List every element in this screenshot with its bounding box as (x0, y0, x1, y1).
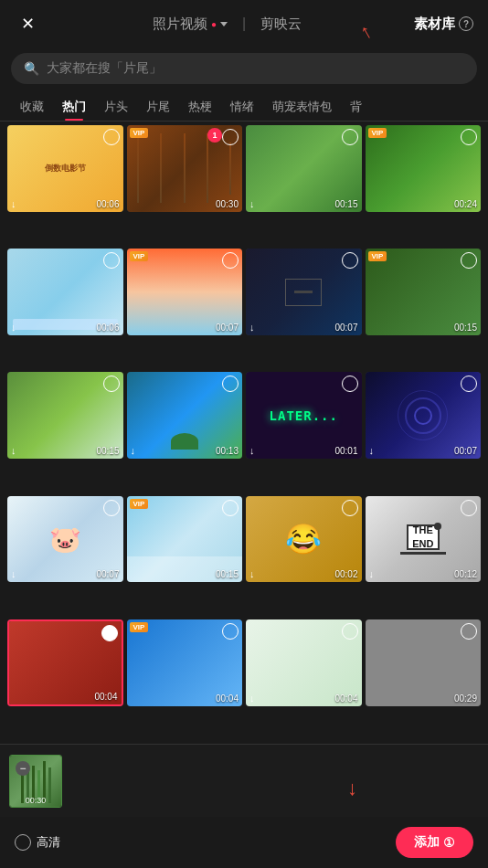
download-icon-5: ↓ (11, 322, 16, 333)
download-icon-19: ↓ (249, 693, 255, 704)
duration-14: 00:15 (216, 569, 239, 579)
duration-18: 00:04 (216, 693, 239, 704)
media-item-8[interactable]: VIP 00:15 (366, 249, 482, 335)
duration-19: 00:04 (334, 693, 357, 704)
duration-7: 00:07 (334, 323, 357, 333)
media-item-5[interactable]: ↓ 00:06 (7, 249, 123, 335)
duration-2: 00:30 (216, 199, 239, 209)
tab-hot[interactable]: 热门 (53, 93, 95, 121)
duration-1: 00:06 (96, 199, 119, 209)
select-btn-11[interactable] (342, 376, 358, 392)
media-item-19[interactable]: ↓ 00:04 (246, 619, 362, 706)
duration-8: 00:15 (454, 323, 477, 333)
media-item-15[interactable]: 😂 ↓ 00:02 (246, 496, 362, 583)
cloud-tab[interactable]: 剪映云 (260, 16, 302, 33)
download-icon-9: ↓ (11, 445, 16, 456)
media-item-14[interactable]: VIP 00:15 (127, 496, 243, 583)
select-btn-15[interactable] (342, 500, 358, 516)
duration-5: 00:06 (96, 323, 119, 333)
search-bar[interactable]: 🔍 大家都在搜「片尾」 (11, 53, 477, 84)
duration-4: 00:24 (454, 199, 477, 209)
add-button[interactable]: 添加 ① (396, 827, 473, 858)
select-btn-16[interactable] (461, 500, 477, 516)
duration-11: 00:01 (334, 446, 357, 456)
duration-9: 00:15 (96, 446, 119, 456)
download-icon-11: ↓ (249, 445, 255, 456)
timeline-thumb: − 00:30 (9, 755, 62, 808)
tab-mood[interactable]: 情绪 (221, 93, 263, 121)
header-center: 照片视频 ● | 剪映云 (40, 16, 414, 33)
select-btn-7[interactable] (342, 252, 358, 269)
vip-badge-18: VIP (130, 622, 149, 632)
tab-outro[interactable]: 片尾 (137, 93, 179, 121)
media-item-17[interactable]: 00:04 (7, 619, 123, 706)
download-icon-15: ↓ (249, 568, 255, 579)
header-right: 素材库 ? (414, 16, 473, 33)
media-item-4[interactable]: VIP 00:24 (366, 125, 482, 212)
vip-badge-2: VIP (130, 128, 149, 138)
media-item-20[interactable]: 00:29 (366, 619, 482, 706)
media-item-11[interactable]: LATER... ↓ 00:01 (246, 372, 362, 459)
header: ✕ 照片视频 ● | 剪映云 素材库 ? (0, 0, 488, 48)
photo-video-tab[interactable]: 照片视频 ● (153, 16, 228, 33)
select-btn-19[interactable] (342, 623, 358, 640)
download-icon-12: ↓ (369, 445, 375, 456)
duration-17: 00:04 (94, 692, 117, 702)
close-button[interactable]: ✕ (15, 11, 40, 37)
download-icon-3: ↓ (249, 198, 255, 209)
select-btn-14[interactable] (222, 500, 239, 516)
vip-badge-14: VIP (130, 499, 149, 509)
duration-15: 00:02 (334, 569, 357, 579)
select-btn-20[interactable] (461, 623, 477, 640)
select-btn-1[interactable] (103, 129, 120, 145)
select-btn-2[interactable] (222, 129, 239, 145)
tab-intro[interactable]: 片头 (95, 93, 137, 121)
download-icon-7: ↓ (249, 322, 255, 333)
select-btn-4[interactable] (461, 129, 477, 145)
bottom-bar: 高清 添加 ① (0, 817, 488, 868)
duration-16: 00:12 (454, 569, 477, 579)
media-item-3[interactable]: ↓ 00:15 (246, 125, 362, 212)
question-icon[interactable]: ? (459, 16, 473, 31)
timeline-duration: 00:30 (26, 796, 47, 805)
tab-meme[interactable]: 热梗 (179, 93, 221, 121)
remove-timeline-btn[interactable]: − (16, 761, 30, 776)
media-item-10[interactable]: ↓ 00:13 (127, 372, 243, 459)
media-item-12[interactable]: ↓ 00:07 (366, 372, 482, 459)
vip-badge-6: VIP (130, 251, 149, 261)
duration-6: 00:07 (216, 323, 239, 333)
hd-circle-btn[interactable] (15, 834, 31, 851)
media-item-13[interactable]: 🐷 ↓ 00:07 (7, 496, 123, 583)
hd-option: 高清 (15, 834, 60, 851)
media-item-2[interactable]: VIP 1 00:30 (127, 125, 243, 212)
later-text: LATER... (270, 408, 338, 423)
media-item-7[interactable]: ↓ 00:07 (246, 249, 362, 335)
select-btn-17[interactable] (101, 625, 118, 641)
search-placeholder: 大家都在搜「片尾」 (47, 60, 162, 77)
select-btn-13[interactable] (103, 500, 120, 516)
select-btn-3[interactable] (342, 129, 358, 145)
duration-10: 00:13 (216, 446, 239, 456)
media-item-6[interactable]: VIP 00:07 (127, 249, 243, 335)
vip-badge-8: VIP (368, 251, 387, 261)
download-icon-16: ↓ (369, 568, 375, 579)
duration-12: 00:07 (454, 446, 477, 456)
media-item-18[interactable]: VIP 00:04 (127, 619, 243, 706)
select-btn-5[interactable] (103, 252, 120, 269)
duration-13: 00:07 (96, 569, 119, 579)
download-icon-13: ↓ (11, 568, 16, 579)
tab-bg[interactable]: 背 (341, 93, 371, 121)
category-tabs: 收藏 热门 片头 片尾 热梗 情绪 萌宠表情包 背 (0, 93, 488, 122)
select-btn-18[interactable] (222, 623, 239, 640)
tab-pet[interactable]: 萌宠表情包 (263, 93, 341, 121)
media-item-9[interactable]: ↓ 00:15 (7, 372, 123, 459)
media-grid: 倒数电影节 ↓ 00:06 VIP 1 00:30 ↓ 00:15 VIP (0, 122, 488, 743)
media-item-16[interactable]: THEEND ↓ 00:12 (366, 496, 482, 583)
search-icon: 🔍 (24, 61, 39, 76)
select-btn-9[interactable] (103, 376, 120, 392)
download-icon-10: ↓ (131, 445, 136, 456)
tab-collect[interactable]: 收藏 (11, 93, 53, 121)
media-item-1[interactable]: 倒数电影节 ↓ 00:06 (7, 125, 123, 212)
photo-video-icon: ● (211, 19, 217, 29)
material-lib-tab[interactable]: 素材库 ? (414, 16, 473, 33)
